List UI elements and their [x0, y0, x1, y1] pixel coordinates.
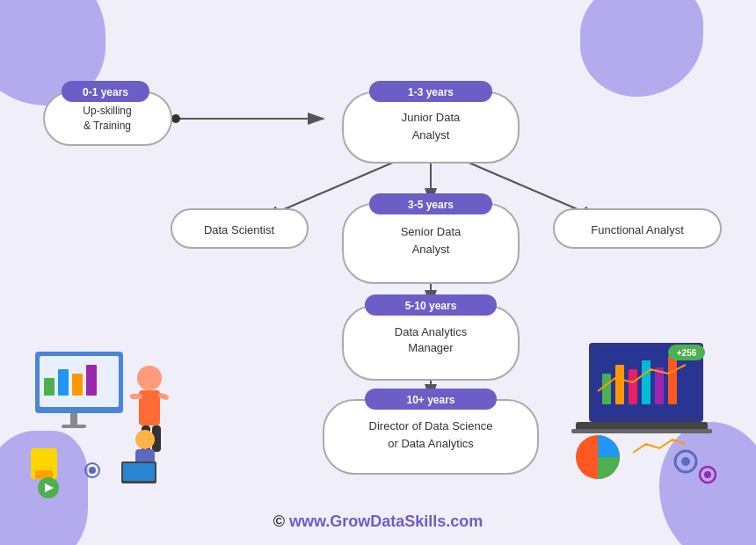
- svg-text:Senior Data: Senior Data: [401, 225, 462, 238]
- svg-rect-77: [323, 400, 538, 474]
- svg-rect-3: [58, 369, 69, 396]
- svg-rect-4: [72, 374, 83, 396]
- svg-text:Analyst: Analyst: [412, 243, 450, 256]
- svg-point-40: [704, 471, 711, 478]
- svg-text:or Data Analytics: or Data Analytics: [388, 437, 474, 450]
- right-illustration: +256: [563, 325, 738, 501]
- svg-text:5-10 years: 5-10 years: [405, 300, 457, 312]
- svg-text:& Training: & Training: [84, 120, 131, 132]
- footer: © www.GrowDataSkills.com: [0, 512, 756, 531]
- svg-point-44: [171, 114, 180, 123]
- svg-rect-65: [343, 204, 519, 283]
- svg-text:3-5 years: 3-5 years: [408, 199, 454, 211]
- svg-point-52: [426, 363, 435, 372]
- svg-rect-31: [668, 356, 677, 404]
- svg-rect-10: [130, 394, 142, 399]
- svg-rect-63: [171, 209, 308, 248]
- copyright-symbol: ©: [273, 512, 285, 530]
- svg-line-47: [264, 154, 413, 218]
- svg-rect-17: [123, 463, 155, 481]
- svg-point-46: [426, 149, 435, 158]
- svg-rect-73: [365, 294, 497, 316]
- svg-text:0-1 years: 0-1 years: [83, 86, 128, 98]
- svg-text:Junior Data: Junior Data: [402, 111, 461, 124]
- svg-rect-7: [62, 425, 86, 428]
- svg-point-50: [426, 266, 435, 275]
- svg-text:Data Analytics: Data Analytics: [395, 325, 468, 338]
- svg-text:10+ years: 10+ years: [406, 394, 454, 406]
- svg-rect-29: [642, 360, 651, 404]
- svg-text:Director of Data Science: Director of Data Science: [369, 419, 493, 432]
- svg-rect-70: [554, 209, 721, 248]
- svg-rect-27: [615, 365, 624, 404]
- svg-text:+256: +256: [677, 348, 697, 358]
- left-illustration: [18, 325, 193, 501]
- svg-rect-5: [86, 365, 97, 396]
- svg-rect-2: [44, 378, 55, 396]
- svg-rect-78: [365, 389, 497, 410]
- svg-text:Functional Analyst: Functional Analyst: [591, 223, 684, 236]
- website-url: www.GrowDataSkills.com: [289, 512, 483, 530]
- svg-text:Manager: Manager: [408, 341, 454, 354]
- svg-line-48: [448, 154, 598, 218]
- svg-rect-35: [571, 429, 712, 433]
- svg-rect-72: [343, 306, 519, 380]
- svg-text:1-3 years: 1-3 years: [408, 86, 454, 98]
- blob-top-left: [0, 0, 105, 105]
- svg-rect-58: [343, 92, 519, 163]
- svg-text:Data Scientist: Data Scientist: [204, 223, 275, 236]
- svg-point-14: [135, 430, 155, 449]
- svg-rect-6: [70, 413, 77, 426]
- blob-top-right: [580, 0, 703, 97]
- svg-text:Up-skilling: Up-skilling: [83, 105, 131, 117]
- svg-point-8: [137, 366, 162, 390]
- svg-text:Analyst: Analyst: [412, 128, 450, 142]
- svg-rect-66: [369, 193, 492, 214]
- svg-rect-28: [629, 369, 637, 404]
- svg-rect-26: [602, 374, 611, 404]
- svg-point-38: [681, 457, 690, 466]
- svg-rect-59: [369, 81, 492, 102]
- svg-point-21: [89, 467, 96, 474]
